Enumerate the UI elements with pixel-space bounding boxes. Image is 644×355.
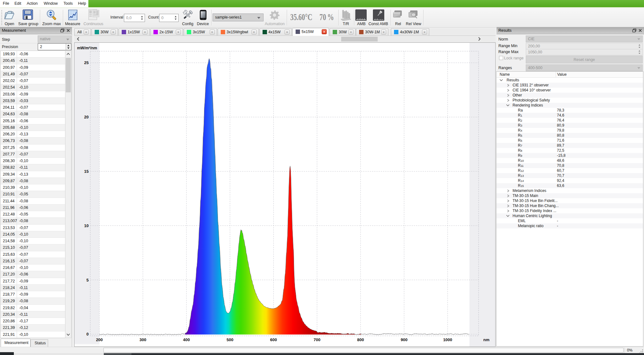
svg-text:nm: nm	[483, 337, 490, 342]
svg-text:900: 900	[401, 337, 408, 342]
svg-text:0: 0	[86, 332, 89, 336]
svg-text:25: 25	[84, 60, 89, 65]
svg-text:500: 500	[226, 337, 233, 342]
svg-text:10: 10	[84, 223, 89, 228]
svg-text:700: 700	[314, 337, 320, 342]
svg-text:5: 5	[86, 278, 89, 282]
svg-text:300: 300	[140, 337, 147, 342]
svg-text:800: 800	[357, 337, 364, 342]
svg-text:1000: 1000	[443, 337, 452, 342]
svg-text:400: 400	[183, 337, 190, 342]
svg-text:20: 20	[84, 115, 89, 119]
svg-text:15: 15	[84, 169, 89, 174]
svg-text:mW/m²/nm: mW/m²/nm	[77, 46, 97, 50]
svg-text:600: 600	[270, 337, 277, 342]
svg-text:200: 200	[96, 337, 103, 342]
